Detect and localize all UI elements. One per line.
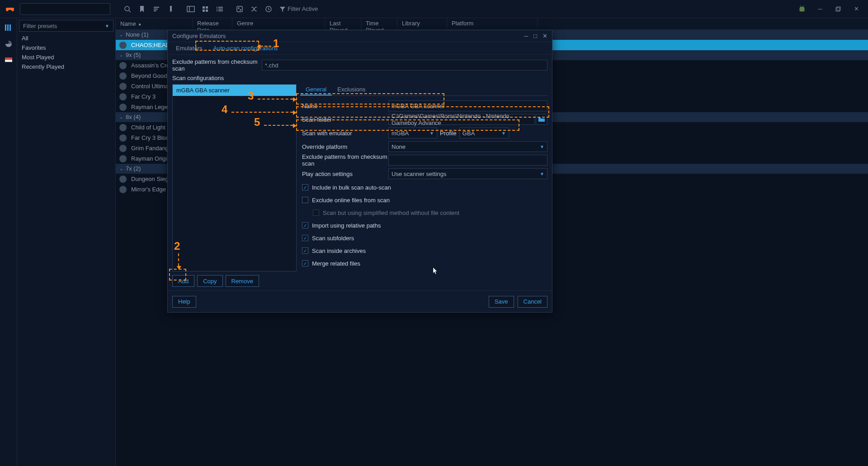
game-icon bbox=[119, 124, 127, 131]
svg-rect-17 bbox=[237, 6, 242, 12]
archives-label: Scan inside archives bbox=[312, 247, 366, 254]
bulk-checkbox[interactable] bbox=[302, 184, 308, 190]
preset-item[interactable]: Favorites bbox=[17, 43, 115, 52]
bookmark-icon[interactable] bbox=[136, 3, 148, 15]
cancel-button[interactable]: Cancel bbox=[518, 296, 547, 308]
playaction-select[interactable]: Use scanner settings▼ bbox=[388, 168, 547, 179]
subfolders-label: Scan subfolders bbox=[312, 235, 354, 242]
override-label: Override platform bbox=[300, 143, 388, 150]
global-search-input[interactable] bbox=[20, 3, 110, 15]
svg-rect-5 bbox=[187, 6, 194, 12]
tag-icon[interactable] bbox=[165, 3, 177, 15]
dice-icon[interactable] bbox=[233, 3, 246, 15]
annotation-number-3: 3 bbox=[248, 90, 254, 102]
svg-rect-22 bbox=[837, 7, 840, 10]
scan-config-item[interactable]: mGBA GBA scanner bbox=[173, 85, 296, 96]
configure-emulators-dialog: Configure Emulators ─ □ ✕ Emulators Auto… bbox=[167, 30, 552, 313]
svg-point-18 bbox=[238, 8, 239, 9]
flag-rail-icon[interactable] bbox=[3, 54, 14, 66]
sidebar-toggle-icon[interactable] bbox=[184, 3, 197, 15]
app-logo-icon bbox=[5, 4, 15, 14]
svg-rect-26 bbox=[5, 57, 12, 60]
svg-rect-24 bbox=[7, 24, 9, 31]
filter-side-panel: Filter presets ▼ AllFavoritesMost Played… bbox=[17, 18, 116, 466]
annotation-arrow-5 bbox=[264, 125, 293, 126]
dialog-maximize-icon[interactable]: □ bbox=[533, 33, 537, 39]
merge-label: Merge related files bbox=[312, 260, 360, 267]
svg-rect-3 bbox=[154, 9, 158, 10]
svg-rect-15 bbox=[217, 10, 217, 11]
annotation-number-5: 5 bbox=[254, 116, 260, 128]
merge-checkbox[interactable] bbox=[302, 260, 308, 266]
column-release[interactable]: Release Date bbox=[193, 18, 232, 29]
annotation-number-1: 1 bbox=[273, 37, 279, 50]
chevron-down-icon: ▼ bbox=[429, 131, 434, 136]
column-library[interactable]: Library bbox=[397, 18, 447, 29]
minimize-icon[interactable]: ─ bbox=[814, 3, 826, 15]
column-name[interactable]: Name▲ bbox=[116, 18, 193, 29]
copy-button[interactable]: Copy bbox=[197, 275, 222, 287]
dialog-minimize-icon[interactable]: ─ bbox=[524, 33, 528, 39]
svg-rect-10 bbox=[206, 10, 208, 12]
exclude-patterns-input[interactable]: *.chd bbox=[262, 60, 547, 71]
exclude2-input[interactable] bbox=[388, 155, 547, 166]
svg-rect-12 bbox=[218, 7, 223, 8]
archives-checkbox[interactable] bbox=[302, 247, 308, 254]
game-icon bbox=[119, 93, 127, 100]
shuffle-icon[interactable] bbox=[248, 3, 260, 15]
chevron-down-icon: ▼ bbox=[540, 144, 544, 149]
filter-active-indicator[interactable]: Filter Active bbox=[276, 5, 321, 12]
scan-configs-label: Scan configurations bbox=[172, 75, 547, 81]
remove-button[interactable]: Remove bbox=[226, 275, 259, 287]
clock-icon[interactable] bbox=[262, 3, 275, 15]
stats-rail-icon[interactable] bbox=[3, 38, 14, 50]
annotation-arrow-3 bbox=[258, 99, 293, 100]
simplified-label: Scan but using simplified method without… bbox=[323, 209, 459, 216]
library-rail-icon[interactable] bbox=[3, 22, 14, 33]
override-select[interactable]: None▼ bbox=[388, 141, 547, 152]
list-view-icon[interactable] bbox=[213, 3, 226, 15]
preset-item[interactable]: All bbox=[17, 33, 115, 43]
preset-item[interactable]: Most Played bbox=[17, 52, 115, 62]
subfolders-checkbox[interactable] bbox=[302, 235, 308, 241]
svg-rect-2 bbox=[154, 7, 159, 8]
exclude2-label: Exclude patterns from checksum scan bbox=[300, 153, 388, 167]
close-window-icon[interactable]: ✕ bbox=[850, 3, 863, 15]
game-icon bbox=[119, 62, 127, 69]
chevron-down-icon: ▼ bbox=[540, 171, 544, 176]
game-icon bbox=[119, 72, 127, 80]
game-icon bbox=[119, 145, 127, 152]
annotation-box-4 bbox=[296, 106, 549, 118]
save-button[interactable]: Save bbox=[489, 296, 514, 308]
exclude-online-checkbox[interactable] bbox=[302, 197, 308, 203]
filter-presets-label: Filter presets bbox=[23, 23, 57, 29]
playaction-label: Play action settings bbox=[300, 171, 388, 177]
android-icon[interactable] bbox=[796, 3, 808, 15]
relative-checkbox[interactable] bbox=[302, 222, 308, 228]
simplified-checkbox bbox=[313, 209, 319, 216]
top-toolbar: Filter Active ─ ✕ bbox=[0, 0, 868, 18]
column-platform[interactable]: Platform bbox=[447, 18, 538, 29]
annotation-box-5 bbox=[296, 119, 519, 131]
annotation-box-2 bbox=[169, 269, 186, 281]
svg-line-1 bbox=[129, 10, 131, 12]
svg-rect-21 bbox=[836, 8, 840, 11]
svg-rect-8 bbox=[206, 6, 208, 9]
filter-presets-dropdown[interactable]: Filter presets ▼ bbox=[19, 20, 113, 32]
help-button[interactable]: Help bbox=[172, 296, 196, 308]
preset-item[interactable]: Recently Played bbox=[17, 62, 115, 71]
dialog-close-icon[interactable]: ✕ bbox=[542, 33, 547, 39]
grid-view-icon[interactable] bbox=[199, 3, 212, 15]
annotation-box-1 bbox=[195, 41, 259, 51]
filter-active-label: Filter Active bbox=[288, 5, 318, 12]
list-sort-icon[interactable] bbox=[150, 3, 163, 15]
svg-rect-9 bbox=[203, 10, 205, 12]
maximize-icon[interactable] bbox=[832, 3, 844, 15]
search-icon[interactable] bbox=[121, 3, 134, 15]
column-lastplayed[interactable]: Last Played bbox=[325, 18, 361, 29]
annotation-arrow-1 bbox=[260, 46, 271, 47]
annotation-arrow-4 bbox=[231, 112, 293, 113]
column-genre[interactable]: Genre bbox=[232, 18, 325, 29]
column-timeplayed[interactable]: Time Played bbox=[361, 18, 397, 29]
svg-rect-11 bbox=[217, 7, 217, 8]
